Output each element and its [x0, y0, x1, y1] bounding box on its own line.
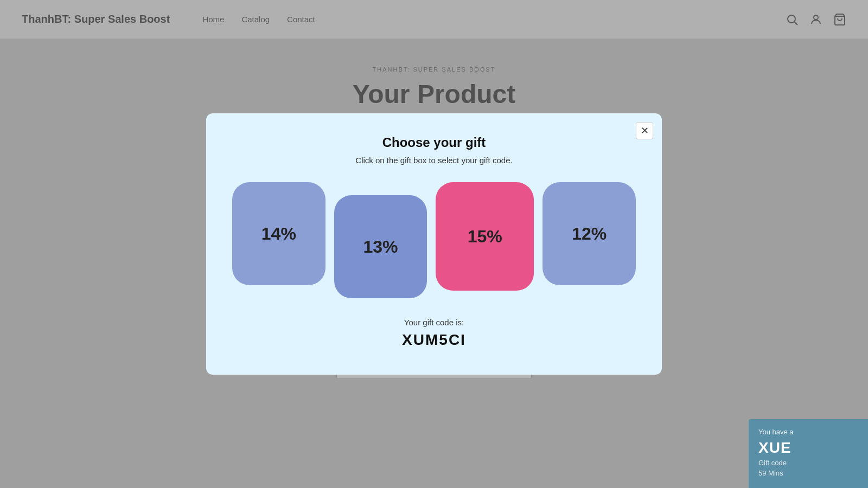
gift-box-1[interactable]: 14% [232, 182, 326, 285]
gift-box-3[interactable]: 15% [436, 182, 534, 291]
gift-code-label: Your gift code is: [232, 318, 636, 327]
gift-box-2[interactable]: 13% [334, 195, 427, 298]
notif-code: XUE [758, 439, 858, 457]
gift-box-4[interactable]: 12% [542, 182, 636, 285]
modal-title: Choose your gift [232, 135, 636, 150]
modal-subtitle: Click on the gift box to select your gif… [232, 156, 636, 165]
modal-container: ✕ Choose your gift Click on the gift box… [206, 113, 662, 375]
notif-title: You have a [758, 428, 858, 436]
modal-close-button[interactable]: ✕ [636, 122, 653, 139]
notif-type: Gift code [758, 459, 858, 467]
gift-boxes-container: 14% 13% 15% 12% [232, 182, 636, 298]
notification-widget: You have a XUE Gift code 59 Mins [749, 419, 868, 488]
notif-timer: 59 Mins [758, 469, 858, 477]
gift-code-value: XUM5CI [232, 331, 636, 349]
